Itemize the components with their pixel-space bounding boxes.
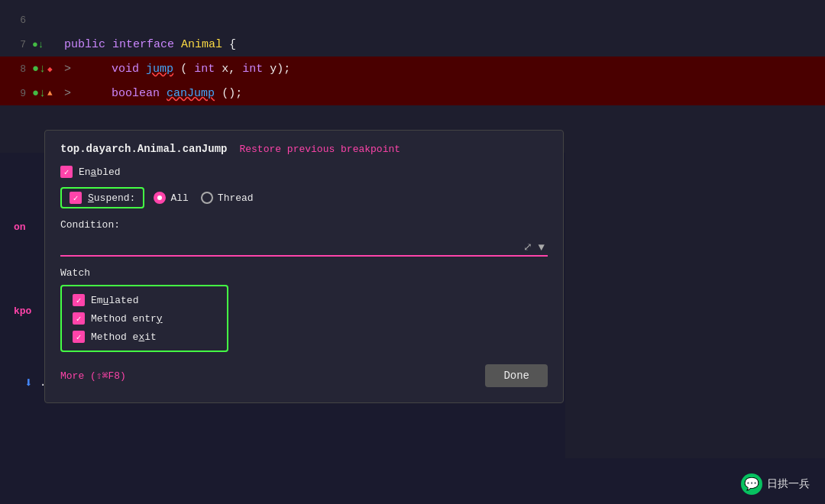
code-line-9: 9 ●↓ ▲ > boolean canJump (); <box>0 81 825 105</box>
enabled-row: Enabled <box>60 166 548 178</box>
enabled-text2: bled <box>96 166 120 178</box>
watermark-text: 日拱一兵 <box>767 477 810 491</box>
suspend-label: Suspend: <box>88 192 135 204</box>
method-canjump: canJump <box>167 87 215 100</box>
panel-title: top.dayarch.Animal.canJump <box>60 143 227 155</box>
wechat-icon: 💬 <box>741 473 762 495</box>
watch-label: Watch <box>60 267 548 279</box>
down-arrow-icon: ⬇ <box>24 374 33 391</box>
code-line-6: 6 <box>0 8 825 32</box>
arrow-down-icon-7: ●↓ <box>32 39 44 50</box>
kpo-label: kpo <box>14 305 31 317</box>
radio-thread-button[interactable] <box>201 192 213 204</box>
method-entry-checkbox[interactable] <box>73 312 85 325</box>
code-line-7: 7 ●↓ public interface Animal { <box>0 32 825 57</box>
radio-thread-label: Thread <box>218 192 254 204</box>
bottom-bar: More (⇧⌘F8) Done <box>60 364 548 387</box>
method-exit-checkbox[interactable] <box>73 331 85 343</box>
keyword-void: void <box>112 63 139 76</box>
code-content-7: public interface Animal { <box>64 38 817 51</box>
suspend-text: uspend: <box>94 192 136 204</box>
line-num-9: 9 <box>8 88 26 99</box>
param-x: x, <box>222 63 242 76</box>
emulated-label: Emulated <box>91 295 138 306</box>
suspend-s: S <box>88 192 94 204</box>
keyword-boolean: boolean <box>112 87 160 100</box>
watch-item-method-exit: Method exit <box>73 331 216 343</box>
up-icon-9: ▲ <box>47 89 53 98</box>
params-9: (); <box>222 87 242 100</box>
radio-all-button[interactable] <box>154 192 166 204</box>
watermark: 💬 日拱一兵 <box>741 473 810 495</box>
panel-header: top.dayarch.Animal.canJump Restore previ… <box>60 143 548 155</box>
right-panel <box>565 130 825 458</box>
breakpoint-panel: top.dayarch.Animal.canJump Restore previ… <box>44 130 564 403</box>
space3 <box>84 63 105 76</box>
watch-item-emulated: Emulated <box>73 294 216 306</box>
chevron-8: > <box>64 63 71 76</box>
line-num-6: 6 <box>8 15 26 26</box>
class-animal: Animal <box>181 38 222 51</box>
arrow-icon-9: ●↓ <box>32 87 46 100</box>
gutter-9: ●↓ ▲ <box>32 87 60 100</box>
enabled-label: Enabled <box>79 166 121 178</box>
radio-group: All Thread <box>154 192 253 204</box>
method-entry-label: Method entry <box>91 313 163 325</box>
emulated-checkbox[interactable] <box>73 294 85 306</box>
watch-item-method-entry: Method entry <box>73 312 216 325</box>
condition-label: Condition: <box>60 219 548 231</box>
enabled-text: En <box>79 166 91 178</box>
expand-icon[interactable]: ⤢ <box>523 241 532 254</box>
more-link[interactable]: More (⇧⌘F8) <box>60 370 126 382</box>
enabled-checkbox[interactable] <box>60 166 73 178</box>
wechat-symbol: 💬 <box>744 477 759 492</box>
gutter-7: ●↓ <box>32 39 60 50</box>
watch-checkboxes: Emulated Method entry Method exit <box>60 285 228 352</box>
keyword-int2: int <box>242 63 263 76</box>
radio-all-inner <box>157 195 162 200</box>
dropdown-icon[interactable]: ▼ <box>539 241 545 253</box>
keyword-interface: interface <box>112 38 174 51</box>
condition-input[interactable] <box>60 237 548 257</box>
on-label: on <box>14 221 26 233</box>
watch-section: Watch Emulated Method entry Method exit <box>60 267 548 352</box>
code-line-8: 8 ●↓ ◆ > void jump ( int x, int y); <box>0 57 825 81</box>
suspend-row: Suspend: All Thread <box>60 187 548 208</box>
condition-icons: ⤢ ▼ <box>523 241 545 254</box>
condition-input-wrap: ⤢ ▼ <box>60 237 548 257</box>
keyword-public: public <box>64 38 105 51</box>
code-content-9: > boolean canJump (); <box>64 87 817 100</box>
keyword-int1: int <box>194 63 215 76</box>
chevron-9: > <box>64 87 71 100</box>
line-num-8: 8 <box>8 63 26 75</box>
radio-thread[interactable]: Thread <box>201 192 254 204</box>
radio-all[interactable]: All <box>154 192 188 204</box>
restore-link[interactable]: Restore previous breakpoint <box>239 144 400 155</box>
arrow-icon-8: ●↓ <box>32 63 46 76</box>
space5 <box>84 87 105 100</box>
line-num-7: 7 <box>8 39 26 50</box>
diamond-icon-8: ◆ <box>47 64 53 74</box>
done-button[interactable]: Done <box>485 364 548 387</box>
gutter-8: ●↓ ◆ <box>32 63 60 76</box>
param-y: y); <box>270 63 290 76</box>
code-content-8: > void jump ( int x, int y); <box>64 63 817 76</box>
params-8: ( <box>180 63 187 76</box>
brace: { <box>229 38 236 51</box>
method-exit-label: Method exit <box>91 331 157 343</box>
suspend-box: Suspend: <box>60 187 144 208</box>
suspend-checkbox[interactable] <box>70 192 82 204</box>
radio-all-label: All <box>170 192 188 204</box>
method-jump: jump <box>146 63 173 76</box>
